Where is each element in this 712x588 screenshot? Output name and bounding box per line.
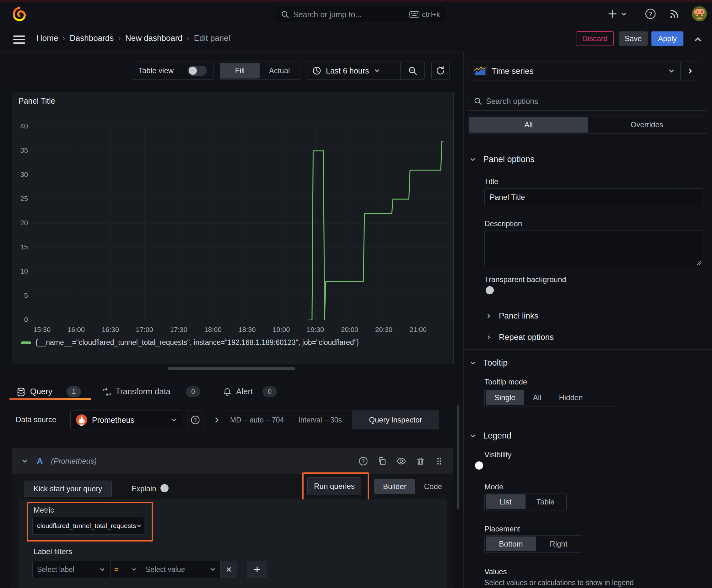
y-axis-tick: 40 xyxy=(12,122,28,130)
active-tab-underline xyxy=(9,398,91,400)
y-axis-tick: 30 xyxy=(12,171,28,179)
legend-mode-table[interactable]: Table xyxy=(525,495,565,509)
tooltip-mode-single[interactable]: Single xyxy=(486,390,524,405)
description-textarea[interactable] xyxy=(484,231,703,267)
y-axis-tick: 5 xyxy=(12,292,28,300)
collapse-chevron-up-icon[interactable] xyxy=(693,35,703,44)
fill-option[interactable]: Fill xyxy=(220,63,260,79)
run-queries-button[interactable]: Run queries xyxy=(307,478,361,495)
time-series-plot[interactable] xyxy=(32,124,453,320)
zoom-out-icon[interactable] xyxy=(401,62,425,80)
fill-actual-switch: Fill Actual xyxy=(219,62,300,80)
panel-options-header[interactable]: Panel options xyxy=(469,154,535,164)
tab-alert[interactable]: Alert xyxy=(236,387,253,396)
panel-links-section[interactable]: Panel links xyxy=(486,311,538,321)
help-icon[interactable]: ? xyxy=(645,8,656,19)
x-axis-tick: 15:30 xyxy=(28,326,56,334)
discard-button[interactable]: Discard xyxy=(576,31,614,46)
search-shortcut: ctrl+k xyxy=(409,10,440,19)
add-filter-button[interactable] xyxy=(247,561,267,578)
query-inspector-button[interactable]: Query inspector xyxy=(352,411,439,429)
news-rss-icon[interactable] xyxy=(669,8,680,19)
visualization-picker[interactable]: Time series xyxy=(468,62,700,80)
grafana-logo[interactable] xyxy=(11,6,27,22)
add-caret-icon[interactable] xyxy=(620,11,627,18)
table-view-label: Table view xyxy=(138,66,174,75)
datasource-label: Data source xyxy=(16,415,56,424)
tooltip-mode-switch: Single All Hidden xyxy=(484,389,616,406)
resize-handle-icon[interactable] xyxy=(696,260,701,266)
repeat-options-section[interactable]: Repeat options xyxy=(486,332,554,342)
placement-right[interactable]: Right xyxy=(536,537,581,551)
x-axis-tick: 18:00 xyxy=(199,326,227,334)
panel-resize-handle[interactable] xyxy=(168,367,295,370)
select-value-caret-icon xyxy=(210,566,216,573)
add-button[interactable] xyxy=(605,7,620,20)
query-help-icon[interactable]: ? xyxy=(359,456,368,466)
viz-caret-icon[interactable] xyxy=(668,67,675,75)
refresh-button[interactable] xyxy=(431,62,450,80)
tab-transform-data[interactable]: Transform data xyxy=(115,387,170,396)
hide-query-eye-icon[interactable] xyxy=(396,456,406,466)
chart-legend[interactable]: {__name__="cloudflared_tunnel_total_requ… xyxy=(21,338,359,347)
metric-select[interactable]: cloudflared_tunnel_total_requests xyxy=(33,517,144,534)
panel-title: Panel Title xyxy=(19,97,55,106)
legend-values-help: Select values or calculations to show in… xyxy=(484,579,634,587)
time-range-label[interactable]: Last 6 hours xyxy=(326,66,369,76)
select-label-dropdown[interactable]: Select label xyxy=(33,561,110,578)
time-range-caret-icon[interactable] xyxy=(373,67,381,74)
datasource-help-button[interactable]: ? xyxy=(187,411,203,429)
code-option[interactable]: Code xyxy=(415,479,451,494)
datasource-picker[interactable]: Prometheus xyxy=(70,411,182,429)
tooltip-mode-all[interactable]: All xyxy=(524,390,550,405)
tab-all[interactable]: All xyxy=(469,117,588,132)
breadcrumb-new-dashboard[interactable]: New dashboard xyxy=(125,33,182,43)
avatar[interactable] xyxy=(692,6,707,21)
svg-text:?: ? xyxy=(362,459,365,464)
select-value-dropdown[interactable]: Select value xyxy=(141,561,221,578)
sub-divider xyxy=(484,326,707,327)
global-search-input[interactable]: Search or jump to... ctrl+k xyxy=(275,6,446,23)
breadcrumb-home[interactable]: Home xyxy=(37,33,58,43)
y-axis-tick: 35 xyxy=(12,146,28,154)
tooltip-header[interactable]: Tooltip xyxy=(469,358,508,368)
chevron-down-icon xyxy=(469,156,476,163)
query-row-header[interactable]: A (Prometheus) ? xyxy=(12,448,453,474)
metric-caret-icon xyxy=(136,523,142,529)
select-label-caret-icon xyxy=(99,566,106,573)
datasource-caret-icon[interactable] xyxy=(170,417,177,423)
chevron-right-icon xyxy=(486,334,492,340)
builder-option[interactable]: Builder xyxy=(374,479,415,494)
chart-panel[interactable]: Panel Title 0510152025303540 15:3016:001… xyxy=(12,92,454,364)
drag-handle-icon[interactable] xyxy=(434,456,444,466)
tab-overrides[interactable]: Overrides xyxy=(588,117,706,132)
chevron-right-icon: › xyxy=(187,33,190,43)
breadcrumb-dashboards[interactable]: Dashboards xyxy=(70,33,114,43)
menu-toggle-icon[interactable] xyxy=(13,33,25,46)
expand-chevron-icon[interactable] xyxy=(213,416,221,424)
remove-filter-button[interactable] xyxy=(221,561,237,578)
apply-button[interactable]: Apply xyxy=(651,31,684,46)
kick-start-query-button[interactable]: Kick start your query xyxy=(24,481,112,497)
save-button[interactable]: Save xyxy=(619,31,648,46)
breadcrumb-bar: Home › Dashboards › New dashboard › Edit… xyxy=(0,26,712,52)
panel-title-input[interactable] xyxy=(484,188,703,206)
legend-mode-list[interactable]: List xyxy=(486,495,525,509)
x-axis-tick: 17:00 xyxy=(130,326,158,334)
table-view-toggle[interactable] xyxy=(188,66,207,76)
chevron-down-icon xyxy=(469,433,476,439)
query-stats: MD = auto = 704 Interval = 30s xyxy=(222,411,353,429)
panel-legend-label[interactable]: {__name__="cloudflared_tunnel_total_requ… xyxy=(36,338,359,347)
scrollbar-thumb[interactable] xyxy=(457,405,459,509)
delete-query-trash-icon[interactable] xyxy=(416,456,425,466)
viz-expand-chevron-icon[interactable] xyxy=(681,62,700,80)
duplicate-query-icon[interactable] xyxy=(377,456,387,466)
tab-query[interactable]: Query xyxy=(30,387,52,396)
search-options-input[interactable]: Search options xyxy=(468,92,707,110)
actual-option[interactable]: Actual xyxy=(260,63,299,79)
legend-header[interactable]: Legend xyxy=(469,431,511,441)
placement-bottom[interactable]: Bottom xyxy=(486,537,536,551)
operator-dropdown[interactable]: = xyxy=(110,561,141,578)
collapse-caret-icon[interactable] xyxy=(21,457,28,465)
tooltip-mode-hidden[interactable]: Hidden xyxy=(550,390,591,405)
